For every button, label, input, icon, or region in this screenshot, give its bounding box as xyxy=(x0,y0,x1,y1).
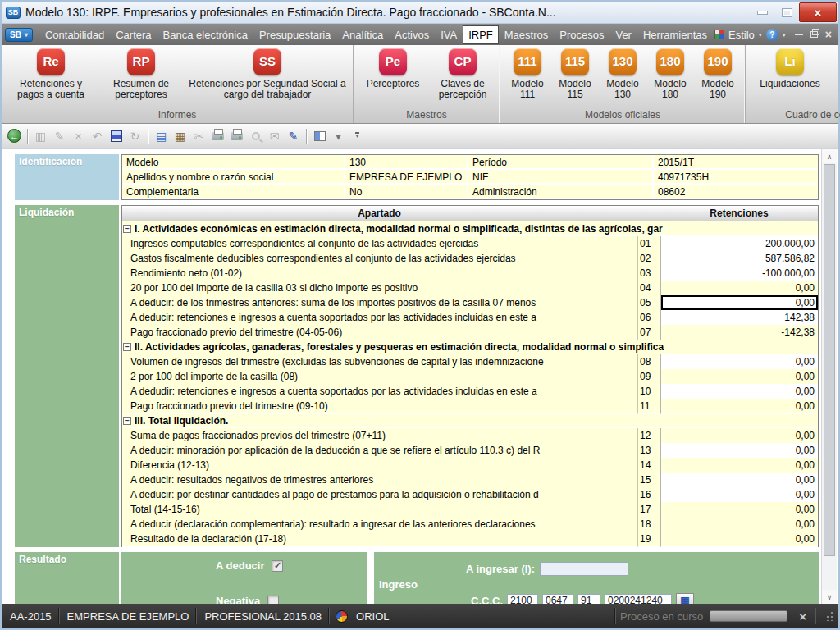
ident-field-value[interactable]: 130 xyxy=(345,155,468,170)
toolbar-separator xyxy=(306,129,307,144)
preview-icon[interactable] xyxy=(247,127,264,144)
liquidation-group-header[interactable]: −I. Actividades económicas en estimación… xyxy=(122,221,818,236)
row-value-15[interactable]: 0,00 xyxy=(660,472,818,488)
mail-icon[interactable]: ✉ xyxy=(266,127,283,144)
refresh-icon[interactable]: ↻ xyxy=(126,127,144,144)
menu-item-banca-electronica[interactable]: Banca electrónica xyxy=(158,25,253,44)
close-button[interactable]: × xyxy=(799,2,837,22)
row-value-19[interactable]: 0,00 xyxy=(660,532,818,547)
menu-item-ver[interactable]: Ver xyxy=(609,25,637,44)
paste-icon[interactable]: ▦ xyxy=(171,127,189,144)
vertical-scrollbar[interactable]: ∧ ∨ xyxy=(821,149,837,604)
ident-field-value[interactable]: EMPRESA DE EJEMPLO xyxy=(345,170,468,185)
row-value-02[interactable]: 587.586,82 xyxy=(660,251,818,267)
row-value-18[interactable]: 0,00 xyxy=(660,517,818,532)
copy-icon[interactable]: ▤ xyxy=(153,127,170,144)
row-value-06[interactable]: 142,38 xyxy=(660,310,818,326)
row-value-14[interactable]: 0,00 xyxy=(660,458,818,473)
row-value-05[interactable]: 0,00 xyxy=(660,295,818,311)
scroll-up-arrow-icon[interactable]: ∧ xyxy=(822,149,837,163)
row-value-17[interactable]: 0,00 xyxy=(660,502,818,518)
new-folder-icon[interactable]: ▥ xyxy=(32,127,49,144)
row-value-08[interactable]: 0,00 xyxy=(660,354,818,370)
delete-icon[interactable]: × xyxy=(70,127,87,144)
collapse-minus-icon[interactable]: − xyxy=(123,343,131,351)
row-value-13[interactable]: 0,00 xyxy=(660,443,818,459)
ribbon-item-modelo-190[interactable]: 190Modelo 190 xyxy=(696,48,740,101)
resize-grip[interactable] xyxy=(824,611,833,621)
ident-field-value[interactable]: No xyxy=(345,185,468,199)
ribbon-item-bases-imponibles[interactable]: BIBases imponibles xyxy=(833,48,840,101)
row-value-12[interactable]: 0,00 xyxy=(660,428,818,444)
row-value-11[interactable]: 0,00 xyxy=(660,399,818,414)
ribbon-item-modelo-130[interactable]: 130Modelo 130 xyxy=(600,48,645,101)
ccc-input-2[interactable] xyxy=(542,594,573,605)
row-value-01[interactable]: 200.000,00 xyxy=(660,236,818,252)
scroll-down-arrow-icon[interactable]: ∨ xyxy=(822,590,837,604)
menu-item-analitica[interactable]: Analítica xyxy=(336,25,389,44)
app-menu-button[interactable]: SB ▾ xyxy=(5,28,33,42)
menu-item-activos[interactable]: Activos xyxy=(389,25,435,44)
ribbon-item-perceptores[interactable]: PePerceptores xyxy=(358,48,427,89)
menu-item-estilo[interactable]: Estilo xyxy=(728,29,755,41)
ribbon-item-modelo-111[interactable]: 111Modelo 111 xyxy=(505,48,550,101)
print-setup-icon[interactable] xyxy=(228,127,245,144)
undo-icon[interactable]: ↶ xyxy=(89,127,106,144)
ribbon-item-claves-de-percepcion[interactable]: CPClaves de percepción xyxy=(431,48,495,101)
menu-item-presupuestaria[interactable]: Presupuestaria xyxy=(253,25,336,44)
ribbon-item-liquidaciones[interactable]: LiLiquidaciones xyxy=(751,48,829,89)
ccc-input-4[interactable] xyxy=(605,594,672,605)
a-ingresar-input[interactable] xyxy=(540,562,628,576)
layout-caret-icon[interactable]: ▾ xyxy=(330,127,347,144)
ribbon-item-resumen-de-perceptores[interactable]: RPResumen de perceptores xyxy=(98,48,184,101)
chevron-down-icon[interactable]: ▾ xyxy=(783,31,786,39)
row-value-10[interactable]: 0,00 xyxy=(660,384,818,399)
row-value-09[interactable]: 0,00 xyxy=(660,369,818,385)
row-value-04[interactable]: 0,00 xyxy=(660,281,818,296)
ccc-input-1[interactable] xyxy=(507,594,538,605)
chevron-down-icon[interactable]: ▾ xyxy=(759,31,762,39)
menu-item-herramientas[interactable]: Herramientas xyxy=(637,25,713,44)
menu-item-maestros[interactable]: Maestros xyxy=(499,25,554,44)
edit-icon[interactable]: ✎ xyxy=(51,127,68,144)
layout-icon[interactable] xyxy=(311,127,328,144)
menu-item-contabilidad[interactable]: Contabilidad xyxy=(39,25,110,44)
maximize-button[interactable] xyxy=(774,3,799,21)
cut-icon[interactable]: ✂ xyxy=(190,127,208,144)
ident-field-value[interactable]: 08602 xyxy=(654,185,818,199)
row-value-03[interactable]: -100.000,00 xyxy=(660,266,818,281)
help-icon[interactable]: ? xyxy=(766,29,778,41)
row-value-16[interactable]: 0,00 xyxy=(660,487,818,503)
overflow-icon[interactable]: ▾ xyxy=(349,127,366,144)
menu-item-irpf[interactable]: IRPF xyxy=(463,25,499,44)
ident-field-value[interactable]: 40971735H xyxy=(654,170,818,185)
negativa-checkbox[interactable] xyxy=(267,596,279,605)
minimize-button[interactable] xyxy=(750,3,774,21)
bank-lookup-button[interactable]: ▦ xyxy=(676,593,694,604)
mdi-minimize-button[interactable] xyxy=(795,34,803,35)
ribbon-item-retenciones-por-seguridad-social-a-cargo-del-trabajador[interactable]: SSRetenciones por Seguridad Social a car… xyxy=(187,48,348,101)
save-icon[interactable] xyxy=(107,127,125,144)
ribbon-item-retenciones-y-pagos-a-cuenta[interactable]: ReRetenciones y pagos a cuenta xyxy=(7,48,95,101)
ribbon-item-modelo-115[interactable]: 115Modelo 115 xyxy=(553,48,597,101)
ccc-input-3[interactable] xyxy=(578,594,600,605)
mdi-close-button[interactable]: × xyxy=(825,30,832,39)
ident-field-value[interactable]: 2015/1T xyxy=(654,155,818,170)
menu-item-procesos[interactable]: Procesos xyxy=(554,25,609,44)
back-icon[interactable]: ← xyxy=(6,127,23,144)
row-value-07[interactable]: -142,38 xyxy=(660,325,818,340)
print-icon[interactable] xyxy=(209,127,226,144)
column-header-retenciones: Retenciones xyxy=(660,206,818,221)
collapse-minus-icon[interactable]: − xyxy=(123,225,131,233)
liquidation-group-header[interactable]: −III. Total liquidación. xyxy=(122,413,818,428)
menu-item-cartera[interactable]: Cartera xyxy=(110,25,157,44)
menu-item-iva[interactable]: IVA xyxy=(435,25,463,44)
mdi-restore-button[interactable] xyxy=(810,31,818,38)
ribbon-item-modelo-180[interactable]: 180Modelo 180 xyxy=(648,48,692,101)
scrollbar-thumb[interactable] xyxy=(824,164,835,556)
cancel-process-button[interactable]: × xyxy=(794,609,811,623)
a-deducir-checkbox[interactable]: ✓ xyxy=(272,560,283,572)
collapse-minus-icon[interactable]: − xyxy=(123,417,131,425)
report-edit-icon[interactable]: ✎ xyxy=(285,127,302,144)
liquidation-group-header[interactable]: −II. Actividades agrícolas, ganaderas, f… xyxy=(122,340,818,354)
